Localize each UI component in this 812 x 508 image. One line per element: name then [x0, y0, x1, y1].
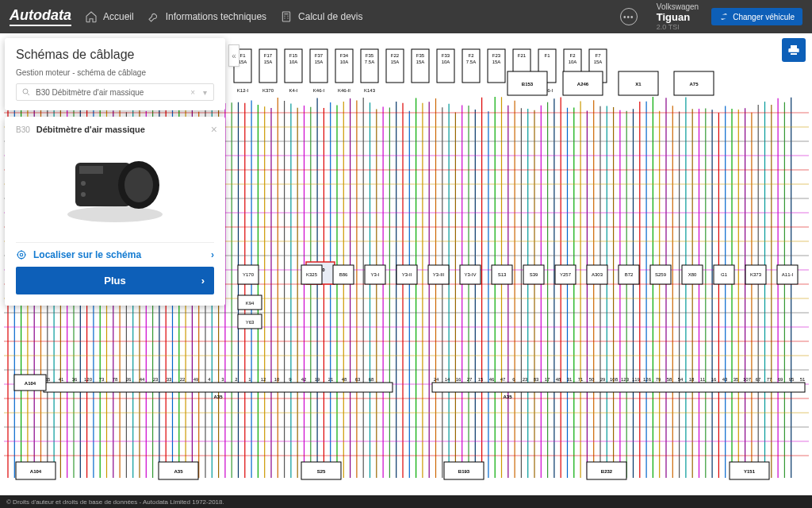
svg-text:11: 11: [700, 377, 706, 382]
svg-text:58: 58: [667, 377, 672, 382]
svg-text:3: 3: [221, 377, 224, 382]
printer-icon: [787, 44, 800, 56]
nav-home[interactable]: Accueil: [84, 10, 134, 24]
svg-text:21: 21: [328, 377, 334, 382]
component-search[interactable]: × ▾: [16, 83, 214, 101]
svg-text:42: 42: [301, 377, 307, 382]
svg-text:18: 18: [689, 377, 695, 382]
svg-text:F7: F7: [595, 53, 601, 58]
svg-text:Y3-II: Y3-II: [402, 272, 412, 277]
svg-rect-332: [79, 166, 103, 174]
svg-text:10A: 10A: [289, 60, 298, 64]
vehicle-make: Volkswagen: [657, 2, 699, 11]
svg-text:F35: F35: [416, 53, 425, 58]
collapse-sidebar-button[interactable]: «: [228, 44, 239, 67]
wiring-panel-title: Schémas de câblage: [16, 48, 214, 62]
svg-text:15A: 15A: [391, 60, 400, 64]
locate-on-diagram-button[interactable]: Localiser sur le schéma ›: [16, 242, 214, 267]
svg-rect-249: [44, 383, 393, 392]
svg-point-335: [20, 253, 23, 256]
svg-text:24: 24: [434, 377, 439, 382]
sidebar: Schémas de câblage Gestion moteur - sché…: [5, 38, 225, 312]
svg-text:67: 67: [756, 377, 761, 382]
svg-text:4: 4: [208, 377, 211, 382]
nav-home-label: Accueil: [103, 11, 134, 22]
svg-text:15A: 15A: [264, 60, 273, 64]
change-vehicle-button[interactable]: Changer véhicule: [711, 8, 802, 25]
nav-estimate-label: Calcul de devis: [298, 11, 362, 22]
svg-text:S39: S39: [530, 272, 538, 277]
clear-search-button[interactable]: ×: [189, 88, 197, 97]
print-button[interactable]: [782, 38, 806, 62]
svg-text:B232: B232: [601, 469, 613, 474]
app-topbar: Autodata Accueil Informations techniques…: [0, 0, 812, 33]
svg-text:31: 31: [567, 377, 573, 382]
search-icon: [21, 87, 31, 97]
svg-text:95: 95: [789, 377, 795, 382]
svg-text:K370: K370: [262, 88, 274, 93]
svg-text:68: 68: [369, 377, 374, 382]
svg-text:A104: A104: [25, 381, 36, 386]
svg-text:23: 23: [153, 377, 159, 382]
svg-text:Y3-III: Y3-III: [433, 272, 445, 277]
svg-text:F34: F34: [340, 53, 349, 58]
svg-point-336: [17, 251, 25, 258]
svg-text:15A: 15A: [315, 60, 324, 64]
svg-text:A11-I: A11-I: [782, 272, 794, 277]
svg-text:F2: F2: [468, 53, 474, 58]
svg-text:35: 35: [733, 377, 739, 382]
svg-text:K46-II: K46-II: [338, 88, 350, 93]
svg-text:12: 12: [261, 377, 266, 382]
part-more-label: Plus: [104, 275, 125, 287]
svg-text:120: 120: [84, 377, 93, 382]
svg-text:7.5A: 7.5A: [466, 60, 476, 64]
svg-text:33: 33: [167, 377, 172, 382]
svg-text:16: 16: [711, 377, 717, 382]
svg-text:B153: B153: [522, 82, 534, 87]
svg-text:9: 9: [289, 377, 292, 382]
svg-text:51: 51: [800, 377, 806, 382]
svg-text:79: 79: [656, 377, 661, 382]
svg-text:15A: 15A: [492, 60, 501, 64]
search-input[interactable]: [36, 88, 184, 97]
svg-text:F17: F17: [264, 53, 273, 58]
svg-text:27: 27: [467, 377, 473, 382]
svg-text:F1: F1: [239, 53, 246, 58]
svg-text:10A: 10A: [340, 60, 349, 64]
more-menu-button[interactable]: •••: [620, 8, 638, 25]
svg-text:69: 69: [778, 377, 783, 382]
part-more-button[interactable]: Plus ›: [16, 267, 214, 294]
svg-text:16: 16: [456, 377, 462, 382]
svg-point-328: [67, 206, 163, 222]
chevron-right-icon: ›: [201, 275, 205, 287]
vehicle-model: Tiguan: [657, 11, 699, 23]
search-dropdown-caret[interactable]: ▾: [201, 88, 209, 97]
svg-text:10: 10: [274, 377, 280, 382]
svg-text:107: 107: [743, 377, 752, 382]
change-vehicle-label: Changer véhicule: [733, 13, 795, 21]
svg-point-326: [23, 89, 28, 94]
close-part-button[interactable]: ×: [211, 123, 217, 136]
nav-estimate[interactable]: Calcul de devis: [279, 10, 362, 24]
svg-text:K12-I: K12-I: [237, 88, 249, 93]
svg-text:10A: 10A: [442, 60, 450, 64]
svg-text:36: 36: [72, 377, 78, 382]
svg-text:G1: G1: [721, 272, 728, 277]
svg-text:14: 14: [445, 377, 450, 382]
vehicle-engine: 2.0 TSI: [657, 23, 699, 31]
svg-text:15A: 15A: [594, 60, 603, 64]
svg-text:Y151: Y151: [744, 469, 756, 474]
nav-tech[interactable]: Informations techniques: [147, 10, 266, 24]
brand-logo: Autodata: [10, 7, 71, 26]
part-image: [52, 139, 178, 234]
svg-text:126: 126: [643, 377, 652, 382]
svg-text:44: 44: [140, 377, 145, 382]
svg-text:83: 83: [534, 377, 539, 382]
svg-text:F2: F2: [569, 53, 576, 58]
svg-line-327: [28, 94, 30, 96]
svg-text:Y3-I: Y3-I: [370, 272, 379, 277]
svg-text:A75: A75: [689, 82, 699, 87]
svg-text:A303: A303: [592, 272, 603, 277]
svg-text:F15: F15: [289, 53, 298, 58]
svg-text:X1: X1: [635, 82, 642, 87]
